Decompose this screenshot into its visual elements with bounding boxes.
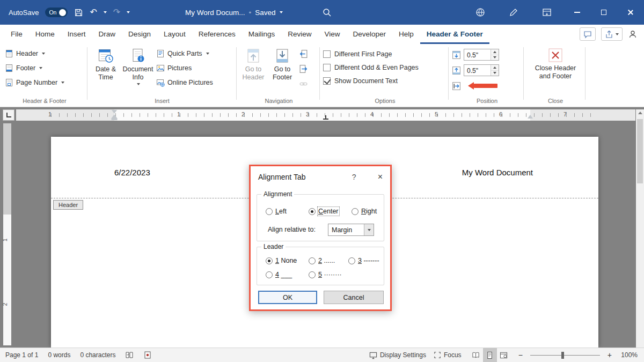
online-pictures-icon (156, 78, 165, 87)
footer-from-bottom-steppers[interactable] (491, 65, 499, 76)
close-header-footer-button[interactable]: Close Header and Footer (529, 46, 582, 80)
search-icon[interactable] (322, 8, 332, 17)
chevron-down-icon (616, 33, 619, 35)
online-pictures-button[interactable]: Online Pictures (155, 77, 230, 88)
next-section-button[interactable] (297, 63, 311, 75)
header-from-top-steppers[interactable] (491, 49, 499, 60)
page-number-button[interactable]: Page Number (3, 77, 86, 88)
dialog-help-button[interactable]: ? (352, 173, 356, 181)
zoom-in-button[interactable]: + (608, 351, 612, 359)
word-count[interactable]: 0 words (48, 351, 70, 359)
tab-draw[interactable]: Draw (92, 25, 122, 44)
minimize-button[interactable] (564, 0, 590, 25)
align-relative-dropdown[interactable]: Margin (328, 224, 374, 236)
quick-access-chevron-icon[interactable] (127, 11, 130, 13)
date-time-button[interactable]: Date & Time (90, 46, 121, 82)
different-odd-even-checkbox[interactable]: Different Odd & Even Pages (323, 64, 447, 71)
ink-editor-icon[interactable] (497, 0, 530, 25)
scrollbar-thumb[interactable] (637, 119, 643, 183)
tab-review[interactable]: Review (281, 25, 318, 44)
tab-insert[interactable]: Insert (61, 25, 92, 44)
read-mode-button[interactable] (469, 348, 483, 362)
header-button[interactable]: Header (3, 48, 86, 59)
ok-button[interactable]: OK (258, 291, 317, 304)
comments-button[interactable] (580, 27, 596, 41)
tab-file[interactable]: File (4, 25, 29, 44)
autosave-toggle[interactable]: On (45, 8, 68, 17)
leader-dashes-radio[interactable]: 3 ------- (348, 257, 379, 264)
tab-view[interactable]: View (318, 25, 346, 44)
chevron-down-icon[interactable] (364, 224, 374, 235)
tab-references[interactable]: References (192, 25, 242, 44)
focus-button[interactable]: Focus (434, 351, 462, 359)
save-icon[interactable] (74, 8, 83, 17)
vertical-ruler[interactable]: 1 2 (3, 123, 11, 345)
share-button[interactable] (601, 27, 623, 41)
vertical-ruler-number: 2 (2, 303, 8, 306)
scroll-up-icon[interactable] (638, 112, 642, 114)
zoom-out-button[interactable]: − (518, 351, 523, 359)
tab-developer[interactable]: Developer (347, 25, 393, 44)
document-title-area[interactable]: My Word Docum... • Saved (185, 0, 283, 25)
ribbon-display-icon[interactable] (530, 0, 564, 25)
footer-from-bottom-input[interactable]: 0.5" (464, 64, 499, 76)
tab-header-footer[interactable]: Header & Footer (420, 25, 489, 44)
leader-none-radio[interactable]: 1 None (266, 257, 297, 264)
tab-selector-button[interactable] (3, 109, 14, 121)
hanging-indent-marker[interactable] (112, 114, 117, 118)
quick-parts-button[interactable]: Quick Parts (155, 48, 230, 59)
web-layout-button[interactable] (497, 348, 511, 362)
present-online-icon[interactable] (464, 0, 497, 25)
footer-button[interactable]: Footer (3, 63, 86, 73)
cancel-button[interactable]: Cancel (324, 291, 384, 304)
character-count[interactable]: 0 characters (80, 351, 115, 359)
maximize-button[interactable] (590, 0, 617, 25)
header-from-top-input[interactable]: 0.5" (464, 49, 499, 61)
alignment-right-radio[interactable]: Right (352, 208, 377, 215)
display-settings-button[interactable]: Display Settings (369, 351, 426, 359)
footer-icon (5, 64, 13, 72)
dialog-close-button[interactable]: × (378, 172, 383, 182)
tab-help[interactable]: Help (392, 25, 420, 44)
insert-alignment-tab-icon[interactable] (452, 82, 461, 91)
page-indicator[interactable]: Page 1 of 1 (5, 351, 38, 359)
arrow-tail (474, 84, 497, 88)
vertical-scrollbar[interactable] (636, 109, 644, 348)
right-indent-marker[interactable] (528, 115, 533, 119)
center-tab-stop-marker[interactable] (323, 115, 328, 120)
tab-home[interactable]: Home (29, 25, 61, 44)
radio-icon (348, 257, 355, 264)
zoom-slider[interactable] (530, 348, 600, 362)
header-date-text[interactable]: 6/22/2023 (114, 168, 150, 177)
undo-chevron-icon[interactable] (104, 11, 107, 13)
proofing-icon[interactable] (125, 351, 134, 359)
show-document-text-checkbox[interactable]: Show Document Text (323, 77, 447, 85)
go-to-footer-button[interactable]: Go to Footer (268, 46, 296, 82)
leader-dots-label: 2 ...... (318, 257, 335, 264)
leader-dots-radio[interactable]: 2 ...... (309, 257, 335, 264)
pictures-button[interactable]: Pictures (155, 63, 230, 73)
tab-layout[interactable]: Layout (157, 25, 192, 44)
left-indent-marker[interactable] (112, 118, 118, 120)
print-layout-button[interactable] (483, 348, 497, 362)
people-button[interactable] (628, 29, 638, 39)
tab-design[interactable]: Design (122, 25, 157, 44)
alignment-center-radio[interactable]: Center (309, 208, 339, 215)
chevron-down-icon (137, 83, 140, 85)
first-line-indent-marker[interactable] (112, 110, 117, 114)
leader-middots-radio[interactable]: 5 ········ (309, 271, 342, 278)
leader-underline-radio[interactable]: 4 ___ (266, 271, 292, 278)
tab-mailings[interactable]: Mailings (242, 25, 282, 44)
document-info-button[interactable]: Document Info (122, 46, 153, 85)
link-previous-button[interactable] (297, 48, 311, 60)
undo-icon[interactable]: ↶ (90, 8, 97, 17)
macro-record-icon[interactable] (143, 351, 152, 359)
horizontal-ruler[interactable]: 1 1 2 3 4 5 6 7 (16, 109, 635, 121)
slider-handle[interactable] (561, 352, 564, 359)
close-button[interactable] (617, 0, 644, 25)
date-time-label: Date & Time (90, 65, 121, 82)
header-title-text[interactable]: My Word Document (462, 168, 533, 177)
different-first-page-checkbox[interactable]: Different First Page (323, 50, 447, 58)
alignment-left-radio[interactable]: Left (266, 208, 287, 215)
zoom-level[interactable]: 100% (619, 351, 638, 359)
